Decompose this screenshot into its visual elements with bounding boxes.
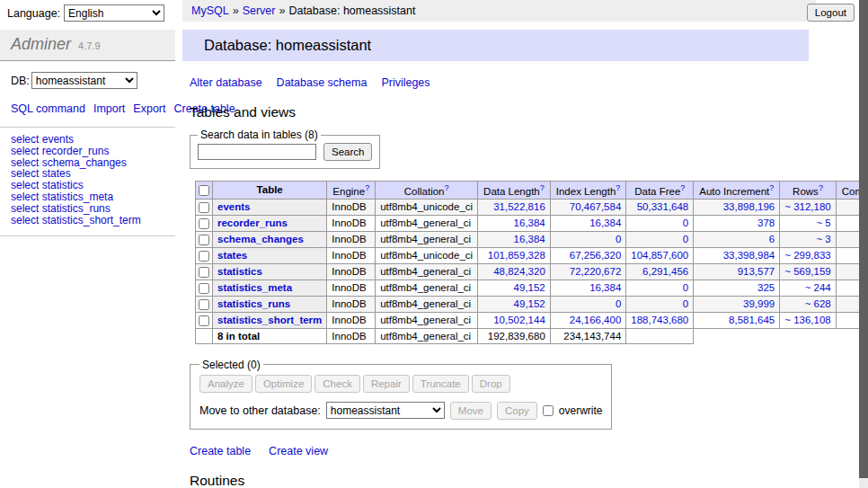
table-link[interactable]: statistics (217, 266, 262, 277)
data-length-link[interactable]: 16,384 (514, 234, 545, 244)
row-checkbox[interactable] (199, 251, 209, 262)
index-length-link[interactable]: 24,166,400 (570, 315, 622, 325)
breadcrumb-server-link[interactable]: Server (243, 4, 276, 17)
truncate-button[interactable]: Truncate (412, 375, 469, 393)
rows-count-link[interactable]: ~ 136,108 (784, 315, 830, 325)
create-view-link[interactable]: Create view (269, 445, 328, 457)
data-free-link[interactable]: 6,291,456 (642, 266, 688, 277)
language-select[interactable]: English (64, 4, 164, 22)
data-length-link[interactable]: 16,384 (514, 217, 545, 228)
search-button[interactable]: Search (323, 143, 372, 161)
index-length-link[interactable]: 0 (616, 298, 621, 309)
breadcrumb-mysql-link[interactable]: MySQL (191, 4, 229, 17)
overwrite-label[interactable]: overwrite (559, 404, 603, 417)
data-free-link[interactable]: 0 (683, 217, 688, 228)
auto-increment-link[interactable]: 6 (769, 234, 775, 244)
table-link[interactable]: recorder_runs (217, 217, 288, 228)
row-checkbox[interactable] (199, 283, 209, 294)
index-length-link[interactable]: 70,467,584 (570, 201, 622, 212)
table-link[interactable]: statistics_short_term (217, 315, 322, 325)
data-length-link[interactable]: 49,152 (514, 298, 545, 309)
row-checkbox[interactable] (199, 235, 209, 245)
rows-count-link[interactable]: ~ 569,159 (784, 266, 830, 277)
move-db-select[interactable]: homeassistant (326, 402, 445, 419)
overwrite-checkbox[interactable] (543, 405, 554, 416)
data-length-link[interactable]: 10,502,144 (493, 315, 545, 325)
row-checkbox[interactable] (199, 267, 209, 278)
database-schema-link[interactable]: Database schema (277, 76, 368, 89)
sql-command-link[interactable]: SQL command (11, 102, 85, 115)
copy-button[interactable]: Copy (497, 402, 537, 420)
create-table-link-main[interactable]: Create table (190, 445, 251, 457)
rows-count-link[interactable]: ~ 5 (816, 217, 830, 228)
rows-count-link[interactable]: ~ 244 (805, 282, 831, 293)
row-checkbox[interactable] (199, 202, 209, 213)
column-header: Auto Increment? (694, 182, 780, 200)
index-length-link[interactable]: 67,256,320 (570, 250, 622, 261)
data-length-link[interactable]: 101,859,328 (488, 250, 545, 261)
logout-button[interactable]: Logout (807, 4, 855, 22)
column-help-link[interactable]: ? (819, 183, 823, 192)
table-link[interactable]: states (217, 250, 247, 261)
index-length-link[interactable]: 72,220,672 (570, 266, 622, 277)
rows-count-link[interactable]: ~ 628 (805, 298, 831, 309)
rows-count-link[interactable]: ~ 312,180 (784, 201, 830, 212)
column-help-link[interactable]: ? (769, 183, 774, 192)
column-help-link[interactable]: ? (444, 183, 448, 192)
db-select[interactable]: homeassistant (31, 72, 137, 89)
auto-increment-link[interactable]: 8,581,645 (729, 315, 775, 325)
column-help-link[interactable]: ? (365, 183, 369, 192)
check-button[interactable]: Check (314, 375, 360, 393)
column-help-link[interactable]: ? (616, 183, 620, 192)
app-title-link[interactable]: Adminer (11, 35, 71, 53)
data-free-link[interactable]: 0 (683, 282, 688, 293)
rows-count-link[interactable]: ~ 299,833 (784, 250, 830, 261)
data-free-link[interactable]: 0 (683, 234, 688, 244)
alter-database-link[interactable]: Alter database (190, 76, 262, 89)
language-bar: Language:English (7, 4, 164, 22)
search-input[interactable] (198, 144, 316, 160)
data-free-link[interactable]: 188,743,680 (631, 315, 688, 325)
column-label: Index Length (556, 186, 616, 197)
rows-count-link[interactable]: ~ 3 (816, 234, 830, 244)
import-link[interactable]: Import (93, 102, 125, 115)
table-link[interactable]: events (217, 201, 250, 212)
data-free-link[interactable]: 0 (683, 298, 688, 309)
select-all-checkbox[interactable] (199, 185, 209, 196)
auto-increment-link[interactable]: 33,398,984 (723, 250, 775, 261)
row-checkbox[interactable] (199, 299, 209, 310)
data-length-link[interactable]: 49,152 (514, 282, 545, 293)
vertical-scrollbar[interactable] (859, 0, 868, 488)
auto-increment-link[interactable]: 913,577 (738, 266, 775, 277)
column-help-link[interactable]: ? (540, 183, 545, 192)
auto-increment-link[interactable]: 39,999 (743, 298, 775, 309)
data-length-link[interactable]: 31,522,816 (493, 201, 545, 212)
index-length-link[interactable]: 0 (616, 234, 621, 244)
data-free-link[interactable]: 104,857,600 (631, 250, 688, 261)
index-length-link[interactable]: 16,384 (589, 282, 621, 293)
table-link[interactable]: schema_changes (217, 234, 304, 244)
drop-button[interactable]: Drop (472, 375, 510, 393)
row-checkbox[interactable] (199, 315, 209, 326)
table-link[interactable]: statistics_runs (217, 298, 290, 309)
scrollbar-thumb[interactable] (859, 0, 868, 478)
data-free-link[interactable]: 50,331,648 (637, 201, 689, 212)
auto-increment-link[interactable]: 33,898,196 (723, 201, 775, 212)
table-row: schema_changesInnoDButf8mb4_general_ci16… (196, 231, 868, 247)
auto-increment-link[interactable]: 378 (757, 217, 775, 228)
index-length-link[interactable]: 16,384 (589, 217, 621, 228)
export-link[interactable]: Export (133, 102, 165, 115)
table-name-link[interactable]: statistics_short_term (42, 214, 141, 226)
table-link[interactable]: statistics_meta (217, 282, 292, 293)
column-help-link[interactable]: ? (680, 183, 685, 192)
data-free-cell: 104,857,600 (626, 247, 694, 263)
data-length-link[interactable]: 48,824,320 (493, 266, 545, 277)
auto-increment-link[interactable]: 325 (757, 282, 775, 293)
analyze-button[interactable]: Analyze (199, 375, 252, 393)
row-checkbox[interactable] (199, 218, 209, 229)
repair-button[interactable]: Repair (363, 375, 410, 393)
privileges-link[interactable]: Privileges (381, 76, 430, 89)
optimize-button[interactable]: Optimize (255, 375, 312, 393)
move-button[interactable]: Move (450, 402, 492, 420)
table-select-link[interactable]: select (11, 214, 39, 226)
